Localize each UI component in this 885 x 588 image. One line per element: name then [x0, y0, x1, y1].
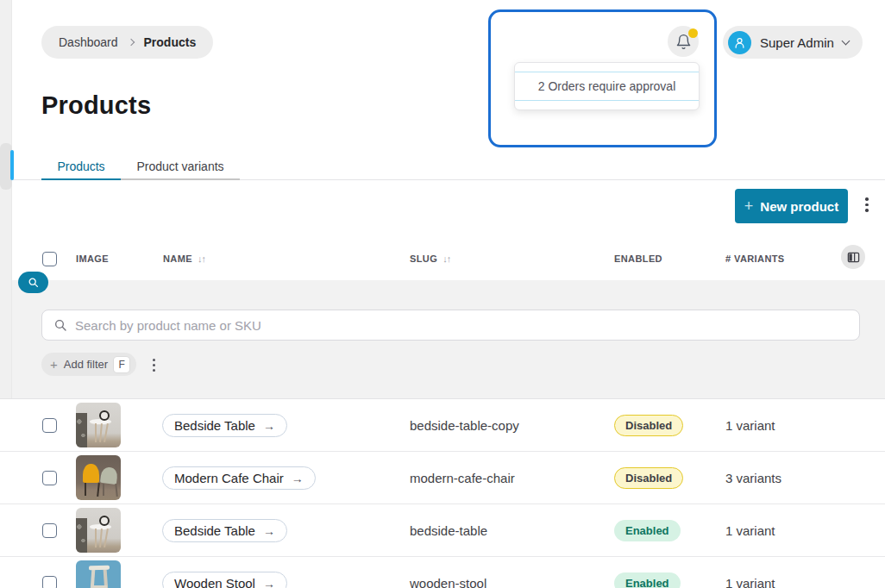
table-options-menu-button[interactable]: [865, 197, 869, 212]
filter-options-menu-button[interactable]: [153, 359, 155, 372]
select-all-checkbox[interactable]: [42, 252, 57, 266]
breadcrumb-current-products: Products: [144, 35, 197, 49]
product-thumbnail-bedside-table: [76, 403, 121, 447]
product-link-button[interactable]: Bedside Table →: [162, 414, 287, 437]
variant-count: 3 variants: [725, 471, 781, 485]
avatar: [728, 31, 751, 54]
status-badge: Disabled: [614, 415, 683, 436]
product-link-button[interactable]: Wooden Stool →: [162, 572, 287, 588]
table-row: Wooden Stool → wooden-stool Enabled 1 va…: [0, 557, 885, 588]
plus-icon: +: [50, 357, 58, 372]
new-product-button[interactable]: + New product: [735, 189, 848, 223]
status-badge: Enabled: [614, 572, 681, 588]
product-thumbnail-wooden-stool: [76, 560, 121, 588]
columns-icon: [847, 251, 860, 264]
search-box: [41, 310, 860, 341]
breadcrumb: Dashboard Products: [41, 26, 213, 59]
product-link-button[interactable]: Modern Cafe Chair →: [162, 466, 316, 490]
variant-count: 1 variant: [725, 576, 775, 588]
status-badge: Disabled: [614, 467, 683, 489]
keyboard-shortcut-badge: F: [114, 357, 129, 372]
tab-products[interactable]: Products: [41, 153, 121, 179]
product-slug: bedside-table: [410, 523, 487, 538]
search-icon: [53, 318, 67, 332]
tab-bar: Products Product variants: [12, 153, 885, 180]
product-name: Modern Cafe Chair: [174, 471, 284, 485]
product-slug: wooden-stool: [410, 576, 486, 588]
sort-icon: ↓↑: [442, 253, 450, 264]
product-name: Bedside Table: [174, 418, 255, 433]
breadcrumb-separator-icon: [127, 39, 134, 46]
products-admin-screen: Dashboard Products Super Admin 2 Orders …: [0, 0, 885, 588]
tab-product-variants[interactable]: Product variants: [121, 153, 240, 179]
column-header-variants: # VARIANTS: [725, 253, 785, 264]
arrow-right-icon: →: [263, 577, 275, 588]
chevron-down-icon: [841, 37, 850, 46]
column-header-image: IMAGE: [76, 253, 109, 264]
row-checkbox[interactable]: [42, 471, 57, 485]
add-filter-button[interactable]: + Add filter F: [41, 353, 136, 376]
search-input[interactable]: [75, 310, 859, 340]
product-name: Wooden Stool: [174, 576, 255, 588]
search-toggle-button[interactable]: [18, 272, 48, 293]
column-header-slug[interactable]: SLUG↓↑: [410, 253, 450, 264]
variant-count: 1 variant: [725, 418, 775, 433]
search-filter-panel: + Add filter F: [12, 280, 885, 398]
active-tab-underline: [41, 178, 121, 180]
notification-item-orders-approval[interactable]: 2 Orders require approval: [515, 72, 699, 100]
table-body: Bedside Table → bedside-table-copy Disab…: [0, 398, 885, 588]
arrow-right-icon: →: [263, 419, 275, 433]
product-slug: modern-cafe-chair: [410, 471, 515, 485]
user-icon: [733, 36, 746, 49]
row-checkbox[interactable]: [42, 523, 57, 538]
inactive-tab-underline: [121, 178, 240, 180]
notification-dot-badge: [688, 28, 698, 38]
column-header-name[interactable]: NAME↓↑: [163, 253, 205, 264]
table-row: Modern Cafe Chair → modern-cafe-chair Di…: [0, 452, 885, 504]
notifications-button[interactable]: [668, 26, 699, 57]
active-section-accent-bar: [10, 150, 14, 180]
search-icon: [28, 277, 39, 288]
arrow-right-icon: →: [263, 524, 275, 538]
product-link-button[interactable]: Bedside Table →: [162, 519, 287, 542]
notifications-dropdown: 2 Orders require approval: [514, 62, 700, 110]
user-name-label: Super Admin: [760, 35, 834, 50]
dropdown-footer-strip: [515, 100, 699, 109]
new-product-label: New product: [760, 199, 838, 214]
breadcrumb-link-dashboard[interactable]: Dashboard: [59, 35, 118, 49]
table-row: Bedside Table → bedside-table-copy Disab…: [0, 399, 885, 452]
column-header-enabled: ENABLED: [614, 253, 662, 264]
arrow-right-icon: →: [292, 472, 304, 485]
add-filter-label: Add filter: [64, 358, 108, 371]
collapsed-sidebar-edge: [0, 0, 12, 398]
page-title: Products: [41, 91, 151, 120]
variant-count: 1 variant: [725, 523, 775, 538]
dropdown-header-strip: [515, 63, 699, 72]
row-checkbox[interactable]: [42, 418, 57, 433]
product-thumbnail-bedside-table: [76, 508, 121, 553]
product-slug: bedside-table-copy: [410, 418, 519, 433]
table-row: Bedside Table → bedside-table Enabled 1 …: [0, 504, 885, 557]
status-badge: Enabled: [614, 520, 681, 541]
row-checkbox[interactable]: [42, 576, 57, 588]
sort-icon: ↓↑: [198, 253, 205, 264]
product-name: Bedside Table: [174, 523, 255, 538]
column-settings-button[interactable]: [841, 245, 865, 269]
plus-icon: +: [744, 197, 754, 216]
user-menu-button[interactable]: Super Admin: [723, 26, 863, 59]
product-thumbnail-modern-cafe-chair: [76, 455, 121, 500]
table-header-row: IMAGE NAME↓↑ SLUG↓↑ ENABLED # VARIANTS: [12, 245, 885, 280]
